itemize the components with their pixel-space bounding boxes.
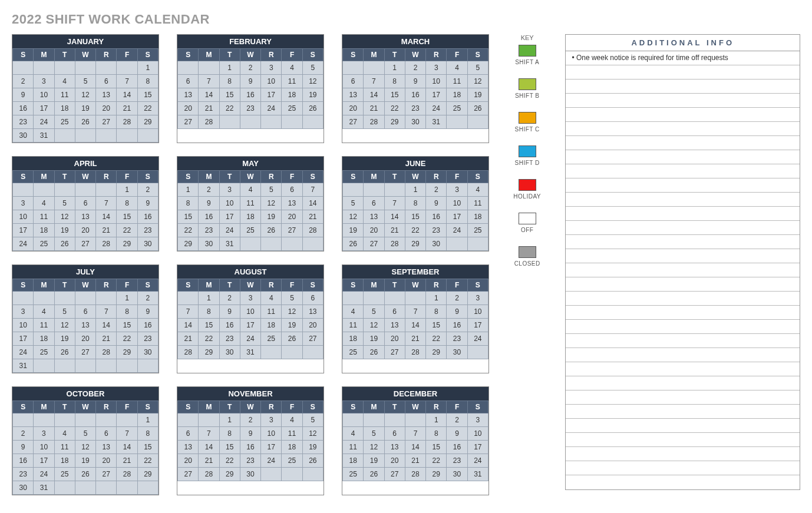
day-cell[interactable]: 15 bbox=[426, 441, 447, 454]
day-cell[interactable]: 21 bbox=[405, 454, 425, 468]
day-cell[interactable]: 12 bbox=[54, 319, 75, 332]
day-cell[interactable]: 12 bbox=[75, 441, 95, 454]
day-cell[interactable]: 17 bbox=[34, 454, 54, 468]
day-cell[interactable]: 25 bbox=[54, 468, 75, 481]
day-cell[interactable]: 17 bbox=[467, 441, 488, 454]
day-cell[interactable]: 9 bbox=[426, 197, 447, 210]
day-cell[interactable]: 27 bbox=[384, 346, 405, 359]
day-cell[interactable]: 24 bbox=[219, 224, 240, 237]
day-cell[interactable]: 3 bbox=[426, 61, 447, 75]
day-cell[interactable]: 25 bbox=[343, 468, 364, 481]
day-cell[interactable] bbox=[117, 61, 137, 75]
day-cell[interactable]: 14 bbox=[199, 441, 219, 454]
day-cell[interactable]: 3 bbox=[34, 75, 54, 88]
day-cell[interactable] bbox=[364, 292, 384, 305]
day-cell[interactable]: 23 bbox=[447, 454, 467, 468]
day-cell[interactable]: 4 bbox=[261, 292, 282, 305]
day-cell[interactable]: 19 bbox=[282, 319, 302, 332]
day-cell[interactable]: 31 bbox=[13, 359, 34, 373]
day-cell[interactable]: 25 bbox=[343, 346, 364, 359]
day-cell[interactable]: 28 bbox=[384, 237, 405, 251]
day-cell[interactable]: 22 bbox=[426, 454, 447, 468]
info-row[interactable] bbox=[566, 235, 800, 249]
day-cell[interactable]: 11 bbox=[343, 441, 364, 454]
info-row[interactable] bbox=[566, 80, 800, 94]
day-cell[interactable]: 2 bbox=[137, 292, 158, 305]
day-cell[interactable] bbox=[405, 413, 425, 427]
day-cell[interactable]: 19 bbox=[343, 224, 364, 237]
day-cell[interactable]: 4 bbox=[282, 61, 302, 75]
day-cell[interactable]: 27 bbox=[96, 115, 117, 129]
day-cell[interactable]: 8 bbox=[137, 75, 158, 88]
day-cell[interactable]: 30 bbox=[426, 237, 447, 251]
day-cell[interactable]: 30 bbox=[405, 115, 425, 129]
day-cell[interactable]: 2 bbox=[13, 75, 34, 88]
day-cell[interactable]: 14 bbox=[199, 88, 219, 102]
day-cell[interactable]: 11 bbox=[34, 319, 54, 332]
day-cell[interactable] bbox=[13, 292, 34, 305]
day-cell[interactable]: 18 bbox=[261, 319, 282, 332]
day-cell[interactable]: 24 bbox=[467, 332, 488, 346]
day-cell[interactable] bbox=[302, 237, 323, 251]
day-cell[interactable]: 13 bbox=[384, 441, 405, 454]
day-cell[interactable]: 22 bbox=[405, 224, 425, 237]
day-cell[interactable]: 22 bbox=[117, 332, 137, 346]
day-cell[interactable]: 26 bbox=[54, 346, 75, 359]
day-cell[interactable]: 5 bbox=[54, 197, 75, 210]
day-cell[interactable]: 1 bbox=[199, 292, 219, 305]
info-row[interactable] bbox=[566, 150, 800, 164]
day-cell[interactable]: 21 bbox=[96, 224, 117, 237]
day-cell[interactable]: 10 bbox=[467, 305, 488, 319]
day-cell[interactable]: 6 bbox=[343, 75, 364, 88]
day-cell[interactable]: 20 bbox=[302, 319, 323, 332]
day-cell[interactable]: 27 bbox=[343, 115, 364, 129]
day-cell[interactable]: 11 bbox=[282, 427, 302, 441]
day-cell[interactable]: 10 bbox=[13, 319, 34, 332]
day-cell[interactable] bbox=[117, 129, 137, 143]
day-cell[interactable]: 6 bbox=[384, 427, 405, 441]
day-cell[interactable]: 14 bbox=[302, 197, 323, 210]
day-cell[interactable]: 16 bbox=[137, 210, 158, 224]
day-cell[interactable] bbox=[343, 292, 364, 305]
day-cell[interactable]: 5 bbox=[364, 305, 384, 319]
day-cell[interactable] bbox=[96, 129, 117, 143]
day-cell[interactable]: 7 bbox=[117, 427, 137, 441]
day-cell[interactable]: 16 bbox=[199, 210, 219, 224]
day-cell[interactable]: 14 bbox=[96, 210, 117, 224]
day-cell[interactable]: 16 bbox=[13, 454, 34, 468]
day-cell[interactable] bbox=[384, 292, 405, 305]
day-cell[interactable]: 15 bbox=[137, 88, 158, 102]
info-row[interactable] bbox=[566, 122, 800, 136]
day-cell[interactable]: 22 bbox=[137, 102, 158, 115]
day-cell[interactable]: 26 bbox=[302, 454, 323, 468]
day-cell[interactable]: 7 bbox=[96, 305, 117, 319]
info-row[interactable] bbox=[566, 207, 800, 221]
day-cell[interactable]: 15 bbox=[219, 441, 240, 454]
info-row[interactable] bbox=[566, 136, 800, 150]
info-row[interactable] bbox=[566, 390, 800, 405]
day-cell[interactable] bbox=[302, 468, 323, 481]
day-cell[interactable]: 1 bbox=[117, 292, 137, 305]
day-cell[interactable]: 15 bbox=[178, 210, 199, 224]
day-cell[interactable]: 13 bbox=[75, 319, 95, 332]
day-cell[interactable] bbox=[13, 61, 34, 75]
day-cell[interactable] bbox=[13, 183, 34, 197]
day-cell[interactable]: 23 bbox=[137, 224, 158, 237]
day-cell[interactable]: 23 bbox=[240, 454, 260, 468]
day-cell[interactable]: 8 bbox=[117, 305, 137, 319]
day-cell[interactable]: 6 bbox=[364, 197, 384, 210]
day-cell[interactable]: 18 bbox=[282, 441, 302, 454]
day-cell[interactable] bbox=[137, 129, 158, 143]
day-cell[interactable]: 31 bbox=[34, 481, 54, 495]
day-cell[interactable]: 16 bbox=[137, 319, 158, 332]
info-row[interactable] bbox=[566, 94, 800, 108]
day-cell[interactable]: 11 bbox=[54, 88, 75, 102]
day-cell[interactable]: 25 bbox=[34, 237, 54, 251]
day-cell[interactable]: 18 bbox=[343, 454, 364, 468]
day-cell[interactable]: 30 bbox=[219, 346, 240, 359]
day-cell[interactable]: 23 bbox=[219, 332, 240, 346]
day-cell[interactable]: 8 bbox=[426, 305, 447, 319]
day-cell[interactable]: 27 bbox=[178, 468, 199, 481]
day-cell[interactable]: 21 bbox=[117, 454, 137, 468]
day-cell[interactable]: 30 bbox=[447, 346, 467, 359]
